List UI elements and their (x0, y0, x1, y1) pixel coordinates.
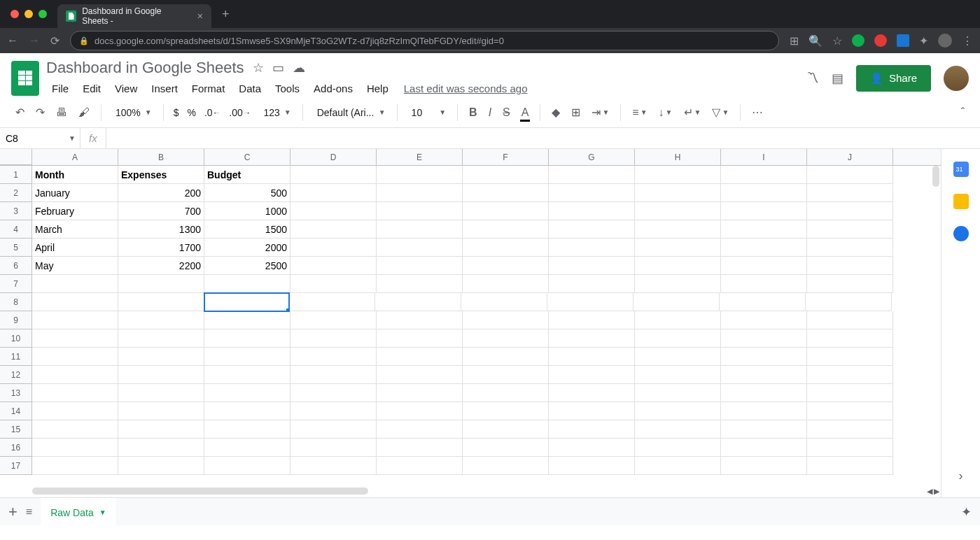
browser-profile-avatar[interactable] (938, 34, 952, 48)
cell[interactable] (635, 457, 721, 475)
cell[interactable] (807, 439, 893, 457)
format-currency-button[interactable]: $ (171, 107, 182, 118)
cell[interactable]: 2200 (118, 257, 204, 275)
cell[interactable] (118, 420, 204, 439)
bold-button[interactable]: B (465, 104, 482, 122)
cell[interactable] (635, 166, 721, 184)
cell[interactable] (549, 402, 635, 420)
cell[interactable] (377, 402, 463, 420)
add-sheet-button[interactable]: + (8, 503, 18, 521)
collapse-toolbar-icon[interactable]: ˆ (957, 104, 969, 122)
cell[interactable] (635, 220, 721, 239)
row-header[interactable]: 15 (0, 420, 31, 439)
menu-edit[interactable]: Edit (77, 80, 106, 97)
cell[interactable] (635, 311, 721, 329)
formula-input[interactable] (106, 128, 980, 148)
row-header[interactable]: 10 (0, 329, 31, 348)
decrease-decimal-button[interactable]: .0← (202, 107, 223, 118)
cell[interactable] (204, 384, 290, 402)
nav-reload-icon[interactable]: ⟳ (50, 34, 59, 48)
cell[interactable] (721, 202, 807, 220)
cell[interactable] (721, 402, 807, 420)
cell[interactable] (721, 239, 807, 257)
cell[interactable] (118, 384, 204, 402)
strikethrough-button[interactable]: S (498, 104, 514, 122)
column-header[interactable]: F (463, 149, 549, 165)
vertical-scrollbar[interactable] (932, 166, 939, 187)
cell[interactable] (807, 366, 893, 384)
keep-icon[interactable] (953, 194, 969, 209)
cell[interactable] (377, 220, 463, 239)
cell[interactable]: 1700 (118, 239, 204, 257)
cell[interactable] (463, 275, 549, 293)
cell[interactable]: 500 (204, 184, 290, 202)
cell[interactable] (635, 239, 721, 257)
column-header[interactable]: J (807, 149, 893, 165)
cell[interactable] (118, 293, 204, 311)
cell[interactable] (721, 384, 807, 402)
user-avatar[interactable] (944, 66, 969, 91)
scroll-left-icon[interactable]: ◀ (927, 487, 932, 496)
font-size-dropdown[interactable]: 10▼ (405, 104, 450, 121)
cell[interactable] (806, 293, 892, 311)
cell[interactable] (807, 184, 893, 202)
cell[interactable] (290, 420, 377, 439)
text-wrap-button[interactable]: ↵▼ (680, 103, 706, 122)
cell[interactable] (549, 166, 635, 184)
cell[interactable] (549, 439, 635, 457)
cell[interactable] (635, 384, 721, 402)
row-header[interactable]: 17 (0, 457, 31, 475)
cell[interactable] (118, 311, 204, 329)
text-color-button[interactable]: A (517, 104, 533, 122)
cell[interactable] (204, 420, 290, 439)
cell[interactable] (807, 402, 893, 420)
cell[interactable] (118, 366, 204, 384)
increase-decimal-button[interactable]: .00→ (226, 107, 253, 118)
url-bar[interactable]: 🔒 docs.google.com/spreadsheets/d/1Smwse5… (70, 31, 779, 50)
cell[interactable] (807, 257, 893, 275)
column-header[interactable]: B (118, 149, 204, 165)
nav-back-icon[interactable]: ← (7, 34, 18, 47)
cell[interactable] (377, 439, 463, 457)
cell[interactable] (549, 348, 635, 366)
row-header[interactable]: 1 (0, 166, 31, 184)
cell[interactable] (377, 184, 463, 202)
install-app-icon[interactable]: ⊞ (790, 34, 799, 48)
cell[interactable] (377, 420, 463, 439)
cell[interactable] (635, 202, 721, 220)
cell[interactable] (549, 420, 635, 439)
cell[interactable] (32, 348, 118, 366)
menu-file[interactable]: File (46, 80, 74, 97)
cell[interactable] (463, 384, 549, 402)
row-header[interactable]: 14 (0, 402, 31, 420)
cell[interactable] (549, 366, 635, 384)
cell[interactable] (463, 184, 549, 202)
cell[interactable] (549, 239, 635, 257)
cell[interactable] (549, 257, 635, 275)
cell[interactable] (463, 311, 549, 329)
cell[interactable] (118, 457, 204, 475)
cell[interactable] (32, 402, 118, 420)
menu-format[interactable]: Format (186, 80, 231, 97)
cell[interactable] (721, 348, 807, 366)
column-header[interactable]: G (549, 149, 635, 165)
cell[interactable] (635, 402, 721, 420)
name-box-dropdown-icon[interactable]: ▼ (69, 134, 76, 142)
cell[interactable] (463, 166, 549, 184)
scroll-right-icon[interactable]: ▶ (934, 487, 939, 496)
cell[interactable]: 2500 (204, 257, 290, 275)
cell[interactable]: 200 (118, 184, 204, 202)
sheets-logo-icon[interactable] (11, 61, 39, 96)
sheet-tab-active[interactable]: Raw Data ▼ (41, 498, 115, 525)
cell[interactable] (290, 184, 377, 202)
cell[interactable] (377, 348, 463, 366)
tab-close-icon[interactable]: × (197, 10, 203, 22)
cell[interactable] (807, 348, 893, 366)
extensions-puzzle-icon[interactable]: ✦ (919, 34, 928, 48)
cell[interactable] (118, 329, 204, 348)
cell[interactable] (32, 311, 118, 329)
row-header[interactable]: 11 (0, 348, 31, 366)
name-box[interactable]: C8 ▼ (0, 128, 80, 148)
cell[interactable] (377, 457, 463, 475)
row-header[interactable]: 9 (0, 311, 31, 329)
